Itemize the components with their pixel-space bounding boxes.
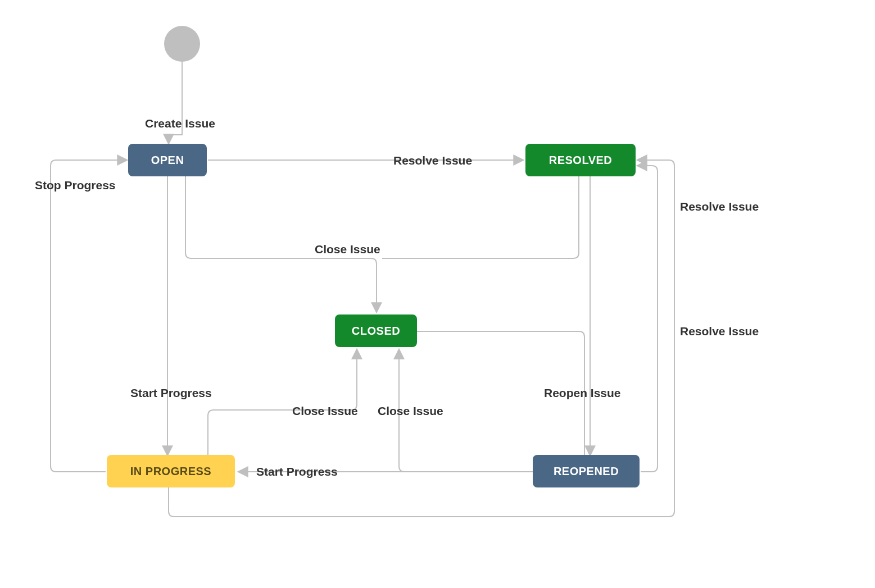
label-close-issue-2: Close Issue [292,404,358,418]
label-start-progress-1: Start Progress [130,386,212,400]
state-in-progress: IN PROGRESS [107,455,235,487]
edge-create-issue [169,62,182,143]
state-open: OPEN [128,144,207,176]
label-close-issue-3: Close Issue [378,404,443,418]
label-resolve-issue-1: Resolve Issue [393,154,472,167]
label-reopen-issue: Reopen Issue [544,386,621,400]
label-resolve-issue-3: Resolve Issue [680,325,759,338]
edges-layer [0,0,875,588]
edge-inprogress-open [51,160,126,472]
label-start-progress-2: Start Progress [256,465,338,478]
label-stop-progress: Stop Progress [35,179,116,192]
edge-inprogress-closed [208,350,357,455]
state-reopened: REOPENED [533,455,640,487]
label-close-issue-1: Close Issue [315,243,380,256]
workflow-diagram: OPEN RESOLVED CLOSED REOPENED IN PROGRES… [0,0,875,588]
label-create-issue: Create Issue [145,117,215,130]
edge-resolved-closed [382,176,579,258]
state-resolved: RESOLVED [525,144,636,176]
state-closed: CLOSED [335,314,417,347]
edge-reopened-resolved [638,166,658,472]
start-node [164,26,200,62]
label-resolve-issue-2: Resolve Issue [680,200,759,213]
